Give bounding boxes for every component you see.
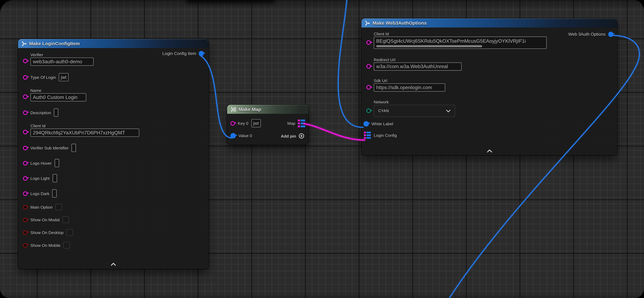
dropdown-chevron-icon bbox=[446, 110, 450, 112]
make-struct-icon bbox=[21, 41, 27, 46]
output-pin-label: Login Config Item bbox=[162, 51, 196, 56]
pin-verifier[interactable] bbox=[23, 59, 28, 63]
pin-web3auth-options-output[interactable] bbox=[608, 32, 613, 37]
offscreen-node-shadow bbox=[186, 0, 275, 3]
client-id-hscrollbar-thumb[interactable] bbox=[376, 45, 482, 47]
pin-label-client-id: Client Id bbox=[374, 32, 546, 36]
output-pin-label: Map bbox=[287, 121, 295, 126]
type-of-login-input[interactable]: jwt bbox=[59, 73, 68, 81]
client-id-text: BEglQSgt4cUWcj6SKRdu5QkOXTsePmMcusG5EAoy… bbox=[376, 38, 544, 44]
pin-logo-hover[interactable] bbox=[23, 161, 28, 165]
pin-label-sdk-url: Sdk Url bbox=[374, 78, 445, 83]
pin-login-config[interactable] bbox=[364, 131, 371, 139]
client-id-input[interactable]: 294QRkchfq2YaXUbPri7D6PH7xzHgQMT bbox=[30, 128, 139, 137]
pin-main-option[interactable] bbox=[23, 205, 28, 209]
pin-redirect-url[interactable] bbox=[366, 64, 371, 68]
pin-client-id[interactable] bbox=[366, 40, 371, 45]
top-vignette bbox=[0, 0, 644, 9]
logo-dark-input[interactable] bbox=[52, 189, 57, 198]
pin-label-network: Network bbox=[374, 100, 455, 104]
bottom-vignette bbox=[0, 294, 644, 298]
make-struct-icon bbox=[365, 20, 370, 26]
pin-label-show-on-mobile: Show On Mobile bbox=[30, 243, 60, 248]
pin-verifier-sub-identifier[interactable] bbox=[23, 146, 28, 150]
pin-label-logo-hover: Logo Hover bbox=[30, 161, 52, 165]
pin-label-login-config: Login Config bbox=[374, 133, 397, 137]
pin-label-main-option: Main Option bbox=[30, 205, 52, 209]
pin-label-redirect-url: Redirect Url bbox=[374, 58, 462, 62]
node-header-make-web3authoptions[interactable]: Make Web3AuthOptions bbox=[362, 18, 617, 28]
pin-login-config-item-output[interactable] bbox=[198, 51, 204, 56]
key-0-input[interactable]: jwt bbox=[251, 119, 261, 127]
node-title: Make Web3AuthOptions bbox=[372, 20, 427, 26]
node-make-map[interactable]: Make Map Key 0 jwt Value 0 Map bbox=[227, 105, 308, 145]
pin-name[interactable] bbox=[23, 94, 28, 99]
add-pin-label: Add pin bbox=[281, 134, 296, 138]
name-input[interactable]: Auth0 Custom Login bbox=[30, 93, 86, 102]
make-map-icon bbox=[230, 106, 236, 112]
verifier-sub-identifier-input[interactable] bbox=[72, 144, 76, 152]
pin-label-logo-light: Logo Light bbox=[30, 176, 50, 180]
pin-type-of-login[interactable] bbox=[23, 75, 28, 80]
node-title: Make Map bbox=[238, 107, 261, 112]
pin-show-on-modal[interactable] bbox=[23, 218, 28, 222]
pin-label-value-0: Value 0 bbox=[238, 134, 252, 138]
show-on-desktop-checkbox[interactable] bbox=[66, 229, 73, 236]
network-dropdown-value: CYAN bbox=[378, 109, 389, 113]
pin-label-key-0: Key 0 bbox=[238, 121, 248, 126]
pin-label-name: Name bbox=[30, 88, 86, 93]
pin-label-type-of-login: Type Of Login bbox=[30, 75, 56, 80]
verifier-input[interactable]: web3auth-auth0-demo bbox=[30, 58, 94, 66]
pin-white-label[interactable] bbox=[364, 121, 368, 126]
node-make-web3authoptions[interactable]: Make Web3AuthOptions Client Id BEglQSgt4… bbox=[362, 18, 617, 156]
redirect-url-input[interactable]: w3a://com.w3a.Web3AuthUnreal bbox=[374, 62, 462, 71]
pin-show-on-desktop[interactable] bbox=[23, 230, 28, 235]
pin-logo-light[interactable] bbox=[23, 176, 28, 180]
blueprint-graph-canvas[interactable]: Make LoginConfigItem Verifier web3auth-a… bbox=[0, 0, 644, 298]
pin-show-on-mobile[interactable] bbox=[23, 243, 28, 248]
pin-label-logo-dark: Logo Dark bbox=[30, 191, 50, 196]
collapse-chevron-icon[interactable] bbox=[487, 147, 492, 154]
pin-client-id[interactable] bbox=[23, 130, 28, 134]
logo-light-input[interactable] bbox=[52, 174, 57, 182]
pin-logo-dark[interactable] bbox=[23, 191, 28, 196]
pin-label-show-on-modal: Show On Modal bbox=[30, 218, 60, 222]
pin-label-verifier: Verifier bbox=[30, 52, 94, 57]
pin-sdk-url[interactable] bbox=[366, 85, 371, 90]
pin-label-show-on-desktop: Show On Desktop bbox=[30, 230, 64, 235]
node-header-make-loginconfigitem[interactable]: Make LoginConfigItem bbox=[18, 39, 209, 48]
node-title: Make LoginConfigItem bbox=[29, 41, 80, 46]
wire-offscreen-to-white-label[interactable] bbox=[338, 0, 363, 127]
node-make-loginconfigitem[interactable]: Make LoginConfigItem Verifier web3auth-a… bbox=[18, 39, 209, 269]
add-pin-icon[interactable] bbox=[298, 133, 304, 139]
logo-hover-input[interactable] bbox=[54, 159, 59, 167]
pin-key-0[interactable] bbox=[230, 121, 235, 126]
output-pin-label: Web 3Auth Options bbox=[568, 32, 606, 37]
pin-description[interactable] bbox=[23, 110, 28, 115]
network-dropdown[interactable]: CYAN bbox=[374, 105, 455, 117]
show-on-modal-checkbox[interactable] bbox=[62, 216, 69, 223]
sdk-url-input[interactable]: https://sdk.openlogin.com bbox=[374, 84, 445, 92]
node-header-make-map[interactable]: Make Map bbox=[227, 105, 308, 114]
show-on-mobile-checkbox[interactable] bbox=[64, 242, 70, 248]
pin-label-verifier-sub-identifier: Verifier Sub Identifier bbox=[30, 146, 68, 150]
pin-network[interactable] bbox=[366, 108, 371, 113]
pin-label-description: Description bbox=[30, 110, 51, 115]
pin-label-client-id: Client Id bbox=[30, 124, 139, 128]
client-id-input[interactable]: BEglQSgt4cUWcj6SKRdu5QkOXTsePmMcusG5EAoy… bbox=[374, 37, 546, 49]
collapse-chevron-icon[interactable] bbox=[111, 260, 116, 267]
description-input[interactable] bbox=[54, 108, 58, 117]
main-option-checkbox[interactable] bbox=[56, 204, 62, 210]
blueprint-editor-stage: Make LoginConfigItem Verifier web3auth-a… bbox=[0, 0, 644, 298]
pin-label-white-label: White Label bbox=[372, 122, 393, 126]
